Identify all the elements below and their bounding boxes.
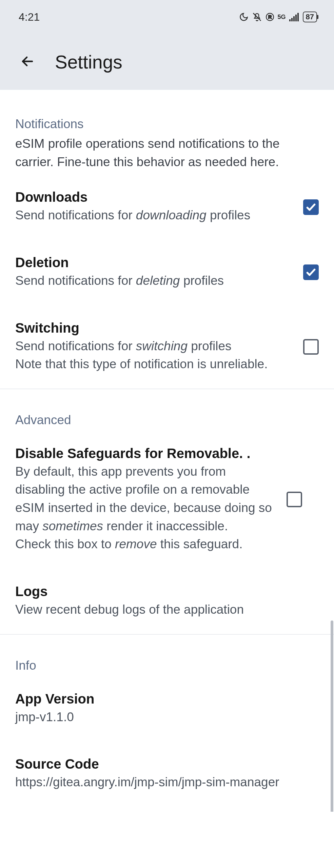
pref-downloads[interactable]: Downloads Send notifications for downloa… — [0, 174, 334, 240]
status-icons: R 5G 87 — [239, 12, 317, 22]
pref-logs-summary: View recent debug logs of the applicatio… — [15, 600, 319, 619]
pref-source-code-summary: https://gitea.angry.im/jmp-sim/jmp-sim-m… — [15, 773, 319, 791]
pref-app-version-summary: jmp-v1.1.0 — [15, 708, 319, 726]
pref-deletion-title: Deletion — [15, 255, 293, 270]
battery-icon: 87 — [303, 12, 317, 22]
pref-source-code-title: Source Code — [15, 756, 319, 772]
svg-rect-7 — [297, 13, 299, 21]
section-header-advanced: Advanced — [0, 389, 334, 431]
status-time: 4:21 — [19, 11, 40, 23]
pref-safeguards[interactable]: Disable Safeguards for Removable. . By d… — [0, 431, 334, 569]
signal-icon — [289, 13, 299, 21]
pref-logs-title: Logs — [15, 584, 319, 599]
pref-downloads-title: Downloads — [15, 190, 293, 205]
svg-rect-5 — [293, 16, 295, 21]
pref-switching-summary: Send notifications for switching profile… — [15, 337, 293, 373]
pref-app-version-title: App Version — [15, 691, 319, 707]
pref-safeguards-checkbox[interactable] — [287, 492, 302, 507]
svg-rect-3 — [289, 19, 291, 21]
vibrate-off-icon — [252, 12, 262, 22]
section-header-info: Info — [0, 635, 334, 676]
registered-icon: R — [266, 13, 274, 21]
app-bar: Settings — [0, 34, 334, 90]
pref-deletion[interactable]: Deletion Send notifications for deleting… — [0, 240, 334, 305]
pref-logs[interactable]: Logs View recent debug logs of the appli… — [0, 569, 334, 634]
check-icon — [306, 202, 316, 213]
network-type: 5G — [278, 14, 286, 20]
pref-app-version[interactable]: App Version jmp-v1.1.0 — [0, 676, 334, 742]
pref-switching[interactable]: Switching Send notifications for switchi… — [0, 305, 334, 389]
pref-source-code[interactable]: Source Code https://gitea.angry.im/jmp-s… — [0, 741, 334, 812]
svg-text:R: R — [268, 14, 271, 20]
scrollbar[interactable] — [331, 620, 333, 812]
page-title: Settings — [55, 51, 122, 73]
pref-safeguards-summary: By default, this app prevents you from d… — [15, 462, 276, 553]
svg-rect-6 — [295, 15, 297, 21]
section-header-notifications: Notifications — [0, 90, 334, 135]
status-bar: 4:21 R 5G 87 — [0, 0, 334, 34]
pref-switching-title: Switching — [15, 320, 293, 336]
check-icon — [306, 267, 316, 278]
svg-rect-4 — [291, 18, 293, 21]
back-button[interactable] — [14, 51, 38, 73]
arrow-left-icon — [20, 54, 35, 68]
pref-safeguards-title: Disable Safeguards for Removable. . — [15, 446, 276, 461]
section-desc-notifications: eSIM profile operations send notificatio… — [0, 135, 334, 174]
pref-switching-checkbox[interactable] — [303, 339, 319, 355]
moon-icon — [239, 12, 249, 22]
pref-deletion-checkbox[interactable] — [303, 264, 319, 280]
pref-deletion-summary: Send notifications for deleting profiles — [15, 272, 293, 290]
svg-line-0 — [253, 13, 261, 21]
pref-downloads-checkbox[interactable] — [303, 199, 319, 215]
pref-downloads-summary: Send notifications for downloading profi… — [15, 206, 293, 224]
